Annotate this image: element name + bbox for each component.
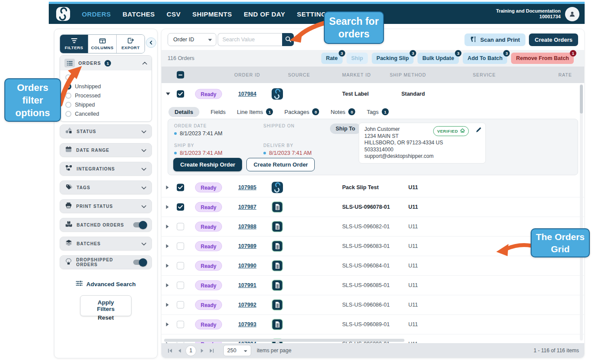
sidebar-section-dropshipped-orders[interactable]: DROPSHIPPED ORDERS bbox=[60, 255, 152, 269]
orders-filter-option[interactable] bbox=[65, 74, 146, 80]
nav-item-csv[interactable]: CSV bbox=[167, 10, 181, 18]
chevron-down-icon[interactable] bbox=[141, 184, 146, 191]
order-id-link[interactable]: 107990 bbox=[238, 263, 256, 269]
ship-button[interactable]: Ship bbox=[347, 53, 368, 64]
expand-row-caret[interactable] bbox=[166, 224, 169, 229]
horizontal-scrollbar[interactable] bbox=[164, 339, 404, 342]
expand-row-caret[interactable] bbox=[166, 303, 169, 307]
chevron-down-icon[interactable] bbox=[141, 165, 146, 173]
sidebar-section-integrations[interactable]: INTEGRATIONS bbox=[60, 162, 152, 176]
expand-row-caret[interactable] bbox=[166, 185, 169, 190]
reset-link[interactable]: Reset bbox=[54, 314, 157, 321]
orders-filter-option-cancelled[interactable]: Cancelled bbox=[65, 110, 146, 117]
expand-row-caret[interactable] bbox=[166, 264, 169, 268]
first-page-icon[interactable] bbox=[167, 348, 174, 353]
radio-icon[interactable] bbox=[65, 93, 71, 99]
detail-tab-tags[interactable]: Tags1 bbox=[367, 108, 388, 115]
packing-slip-button[interactable]: Packing Slip3 bbox=[372, 53, 414, 64]
nav-item-shipments[interactable]: SHIPMENTS bbox=[192, 10, 232, 18]
row-checkbox[interactable] bbox=[177, 184, 184, 191]
table-row[interactable]: Ready 107988 SLS-US-096082-01 U11 bbox=[162, 217, 584, 237]
sidebar-tab-filters[interactable]: FILTERS bbox=[60, 35, 88, 53]
toggle-switch[interactable] bbox=[133, 260, 146, 265]
table-row[interactable]: Ready 107985 Pack Slip Test U11 bbox=[162, 178, 584, 197]
table-row[interactable]: Ready 107989 SLS-US-096083-01 U11 bbox=[162, 237, 584, 256]
sidebar-collapse-button[interactable] bbox=[146, 37, 156, 48]
row-checkbox[interactable] bbox=[177, 90, 184, 98]
nav-item-orders[interactable]: ORDERS bbox=[82, 10, 111, 18]
detail-tab-packages[interactable]: Packages0 bbox=[284, 108, 319, 115]
create-return-order-button[interactable]: Create Return Order bbox=[246, 158, 315, 171]
create-orders-button[interactable]: Create Orders bbox=[529, 33, 578, 46]
sidebar-section-tags[interactable]: TAGS bbox=[60, 180, 152, 194]
radio-icon[interactable] bbox=[65, 111, 71, 117]
search-button[interactable] bbox=[282, 33, 294, 46]
remove-from-batch-button[interactable]: Remove From Batch1 bbox=[511, 53, 574, 64]
table-row[interactable]: Ready 107987 SLS-US-096078-01 U11 bbox=[162, 197, 584, 217]
search-input[interactable] bbox=[218, 33, 282, 46]
row-checkbox[interactable] bbox=[177, 321, 184, 328]
bulk-update-button[interactable]: Bulk Update3 bbox=[417, 53, 459, 64]
last-page-icon[interactable] bbox=[208, 348, 215, 353]
page-size-select[interactable]: 250 bbox=[223, 345, 251, 356]
row-checkbox[interactable] bbox=[177, 301, 184, 309]
detail-tab-line-items[interactable]: Line Items1 bbox=[237, 108, 273, 115]
page-number-button[interactable]: 1 bbox=[185, 345, 196, 356]
create-reship-order-button[interactable]: Create Reship Order bbox=[173, 158, 242, 171]
orders-filter-option-shipped[interactable]: Shipped bbox=[65, 101, 146, 108]
add-to-batch-button[interactable]: Add To Batch3 bbox=[463, 53, 507, 64]
advanced-search-link[interactable]: Advanced Search bbox=[54, 281, 157, 287]
order-id-link[interactable]: 107985 bbox=[238, 184, 256, 190]
scan-and-print-button[interactable]: Scan and Print bbox=[464, 33, 525, 46]
table-row[interactable]: Ready 107991 SLS-US-096085-01 U11 bbox=[162, 276, 584, 295]
orders-filter-option-processed[interactable]: Processed bbox=[65, 92, 146, 99]
row-checkbox[interactable] bbox=[177, 262, 184, 270]
edit-address-pencil-icon[interactable] bbox=[475, 127, 482, 133]
table-row[interactable]: Ready 107984 Test Label Standard bbox=[162, 83, 584, 105]
apply-filters-button[interactable]: Apply Filters bbox=[80, 295, 131, 316]
order-id-link[interactable]: 107993 bbox=[238, 321, 256, 327]
detail-tab-notes[interactable]: Notes0 bbox=[330, 108, 355, 115]
order-id-link[interactable]: 107987 bbox=[238, 204, 256, 210]
sidebar-section-print-status[interactable]: PRINT STATUS bbox=[60, 199, 152, 213]
next-page-icon[interactable] bbox=[199, 348, 205, 353]
nav-item-batches[interactable]: BATCHES bbox=[123, 10, 155, 18]
desktopshipper-logo-icon[interactable] bbox=[56, 7, 71, 21]
select-all-checkbox[interactable] bbox=[177, 71, 184, 79]
detail-tab-fields[interactable]: Fields bbox=[211, 109, 226, 115]
chevron-down-icon[interactable] bbox=[141, 127, 146, 135]
radio-icon[interactable] bbox=[65, 102, 71, 108]
sidebar-tab-export[interactable]: EXPORT bbox=[116, 35, 145, 53]
previous-page-icon[interactable] bbox=[177, 348, 182, 353]
table-row[interactable]: Ready 107993 SLS-US-096089-01 U11 bbox=[162, 315, 584, 334]
chevron-up-icon[interactable] bbox=[142, 62, 147, 65]
orders-filter-option-unshipped[interactable]: Unshipped bbox=[65, 83, 146, 90]
detail-tab-details[interactable]: Details bbox=[168, 107, 199, 117]
order-id-link[interactable]: 107989 bbox=[238, 243, 256, 249]
sidebar-section-date-range[interactable]: DATE RANGE bbox=[60, 143, 152, 157]
row-checkbox[interactable] bbox=[177, 223, 184, 230]
row-checkbox[interactable] bbox=[177, 282, 184, 289]
search-field-select[interactable]: Order ID bbox=[168, 33, 216, 46]
nav-item-end-of-day[interactable]: END OF DAY bbox=[244, 10, 285, 18]
toggle-switch[interactable] bbox=[133, 222, 146, 227]
expand-row-caret[interactable] bbox=[166, 205, 169, 209]
radio-icon[interactable] bbox=[65, 74, 71, 80]
expand-row-caret[interactable] bbox=[166, 244, 169, 248]
row-checkbox[interactable] bbox=[177, 204, 184, 211]
collapse-row-caret[interactable] bbox=[166, 93, 170, 96]
chevron-down-icon[interactable] bbox=[141, 202, 146, 210]
order-id-link[interactable]: 107984 bbox=[238, 91, 256, 97]
table-row[interactable]: Ready 107990 SLS-US-096084-01 U11 bbox=[162, 256, 584, 276]
order-id-link[interactable]: 107988 bbox=[238, 224, 256, 230]
rate-button[interactable]: Rate3 bbox=[321, 53, 343, 64]
vertical-scrollbar[interactable] bbox=[580, 85, 583, 114]
order-id-link[interactable]: 107992 bbox=[238, 302, 256, 308]
sidebar-section-batches[interactable]: BATCHES bbox=[60, 237, 152, 250]
table-row[interactable]: Ready 107992 SLS-US-096086-01 U11 bbox=[162, 295, 584, 315]
sidebar-section-batched-orders[interactable]: BATCHED ORDERS bbox=[60, 218, 152, 232]
sidebar-tab-columns[interactable]: COLUMNS bbox=[88, 35, 116, 53]
expand-row-caret[interactable] bbox=[166, 283, 169, 287]
chevron-down-icon[interactable] bbox=[141, 240, 146, 247]
chevron-down-icon[interactable] bbox=[141, 146, 146, 154]
